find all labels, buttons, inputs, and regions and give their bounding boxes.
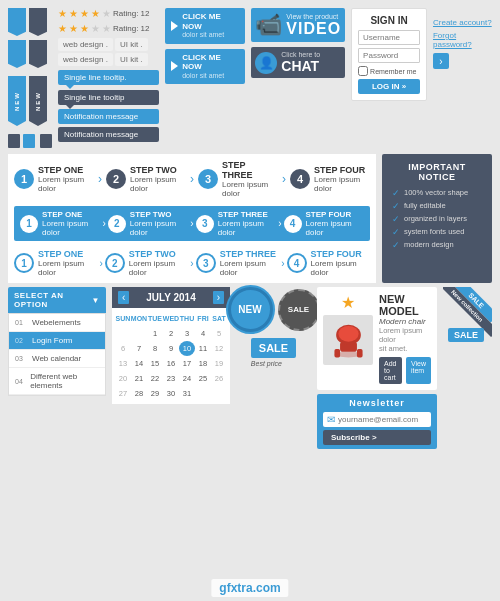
- cal-cell-20[interactable]: 20: [115, 371, 131, 386]
- cal-cell-2[interactable]: 2: [163, 326, 179, 341]
- cal-cell-4[interactable]: 4: [195, 326, 211, 341]
- signin-box: SIGN IN Remember me LOG IN »: [351, 8, 427, 101]
- remember-label: Remember me: [370, 68, 416, 75]
- step-item-3-1: 1 STEP ONE Lorem ipsum dolor: [14, 249, 98, 277]
- step-title-outline-4: STEP FOUR: [311, 249, 371, 259]
- cal-cell-7[interactable]: 7: [131, 341, 147, 356]
- cal-cell-21[interactable]: 21: [131, 371, 147, 386]
- select-num-4: 04: [15, 378, 25, 385]
- step-content-3: STEP THREE Lorem ipsum dolor: [222, 160, 278, 198]
- step-text-3: Lorem ipsum dolor: [222, 180, 278, 198]
- step-bar-3: 1 STEP ONE Lorem ipsum dolor › 2 STEP TW…: [14, 249, 370, 277]
- step-num-blue-2: 2: [108, 215, 126, 233]
- cal-cell-22[interactable]: 22: [147, 371, 163, 386]
- step-text-4: Lorem ipsum dolor: [314, 175, 370, 193]
- cal-cell-3[interactable]: 3: [179, 326, 195, 341]
- select-label[interactable]: SELECT AN OPTION ▼: [8, 287, 106, 313]
- step-num-3: 3: [198, 169, 218, 189]
- step-content-1: STEP ONE Lorem ipsum dolor: [38, 165, 94, 193]
- step-arrow-outline-1: ›: [100, 258, 103, 269]
- chat-icon-wrap: 👤: [255, 52, 277, 74]
- cal-cell-29[interactable]: 29: [147, 386, 163, 401]
- cal-cell-18[interactable]: 18: [195, 356, 211, 371]
- cal-cell-19[interactable]: 19: [211, 356, 227, 371]
- star2-4-empty: ★: [91, 23, 100, 34]
- cal-cell-10-today[interactable]: 10: [179, 341, 195, 356]
- cal-cell-blank-4: [211, 386, 227, 401]
- sale-bottom-badge: SALE: [448, 328, 484, 342]
- step-title-blue-3: STEP THREE: [218, 210, 277, 219]
- step-arrow-blue-2: ›: [190, 218, 193, 229]
- step-num-2: 2: [106, 169, 126, 189]
- star-product-icon: ★: [341, 293, 355, 312]
- login-button[interactable]: LOG IN »: [358, 79, 420, 94]
- star2-1: ★: [58, 23, 67, 34]
- newsletter-box: Newsletter ✉ Subscribe >: [317, 394, 437, 449]
- cal-cell-6[interactable]: 6: [115, 341, 131, 356]
- add-to-cart-button[interactable]: Add to cart: [379, 357, 402, 384]
- cal-cell-24[interactable]: 24: [179, 371, 195, 386]
- click-btn-2[interactable]: CLICK ME NOW dolor sit amet: [165, 49, 245, 85]
- cal-cell-23[interactable]: 23: [163, 371, 179, 386]
- step-num-blue-1: 1: [20, 215, 38, 233]
- subscribe-button[interactable]: Subscribe >: [323, 430, 431, 445]
- notifications-group: Notification message Notification messag…: [58, 109, 159, 142]
- select-item-2[interactable]: 02 Login Form: [9, 332, 105, 350]
- important-text-1: 100% vector shape: [404, 188, 468, 197]
- view-item-button[interactable]: View item: [406, 357, 431, 384]
- cal-cell-12[interactable]: 12: [211, 341, 227, 356]
- cal-cell-31[interactable]: 31: [179, 386, 195, 401]
- cal-cell-5[interactable]: 5: [211, 326, 227, 341]
- ribbon-blue-small-2: [8, 40, 26, 68]
- cal-cell-13[interactable]: 13: [115, 356, 131, 371]
- chat-box[interactable]: 👤 Click here to CHAT: [251, 47, 345, 78]
- cal-cell-26[interactable]: 26: [211, 371, 227, 386]
- cal-cell-14[interactable]: 14: [131, 356, 147, 371]
- video-box[interactable]: 📹 View the product VIDEO: [251, 8, 345, 42]
- cal-cell-11[interactable]: 11: [195, 341, 211, 356]
- cal-cell-15[interactable]: 15: [147, 356, 163, 371]
- sale-badge-text: SALE: [288, 305, 309, 314]
- cal-cell-1[interactable]: 1: [147, 326, 163, 341]
- select-item-1[interactable]: 01 Webelements: [9, 314, 105, 332]
- video-chat-column: 📹 View the product VIDEO 👤 Click here to…: [251, 8, 345, 78]
- cal-cell-25[interactable]: 25: [195, 371, 211, 386]
- step-text-outline-3: Lorem ipsum dolor: [220, 259, 280, 277]
- cal-cell-8[interactable]: 8: [147, 341, 163, 356]
- btn-text-2: CLICK ME NOW dolor sit amet: [182, 53, 239, 81]
- cal-cell-16[interactable]: 16: [163, 356, 179, 371]
- step-num-blue-3: 3: [196, 215, 214, 233]
- remember-checkbox[interactable]: [358, 66, 368, 76]
- product-sub: Modern chair: [379, 317, 431, 326]
- video-camera-icon: 📹: [255, 12, 282, 38]
- select-item-3[interactable]: 03 Web calendar: [9, 350, 105, 368]
- click-btn-1[interactable]: CLICK ME NOW dolor sit amet: [165, 8, 245, 44]
- click-sub-2: dolor sit amet: [182, 72, 239, 80]
- select-text-1: Webelements: [32, 318, 81, 327]
- rating-label-2: Rating: 12: [113, 24, 149, 33]
- username-input[interactable]: [358, 30, 420, 45]
- select-item-4[interactable]: 04 Different web elements: [9, 368, 105, 395]
- forgot-password-link[interactable]: Forgot password?: [433, 31, 492, 49]
- cal-cell-30[interactable]: 30: [163, 386, 179, 401]
- chat-label: CHAT: [281, 58, 320, 74]
- btn-arrow-1: [171, 21, 178, 31]
- steps-container: 1 STEP ONE Lorem ipsum dolor › 2 STEP TW…: [8, 154, 376, 283]
- step-arrow-3: ›: [282, 172, 286, 186]
- cal-cell-27[interactable]: 27: [115, 386, 131, 401]
- cal-cell-17[interactable]: 17: [179, 356, 195, 371]
- step-item-3-2: 2 STEP TWO Lorem ipsum dolor: [105, 249, 189, 277]
- select-list: 01 Webelements 02 Login Form 03 Web cale…: [8, 313, 106, 396]
- arrow-button[interactable]: ›: [433, 53, 449, 69]
- cal-cell-9[interactable]: 9: [163, 341, 179, 356]
- cal-cell-28[interactable]: 28: [131, 386, 147, 401]
- create-account-link[interactable]: Create account?: [433, 18, 492, 27]
- password-input[interactable]: [358, 48, 420, 63]
- cal-prev-btn[interactable]: ‹: [118, 291, 129, 304]
- important-item-3: ✓ organized in layers: [392, 214, 482, 224]
- cal-week-3: 13 14 15 16 17 18 19: [115, 356, 227, 371]
- cal-next-btn[interactable]: ›: [213, 291, 224, 304]
- step-content-outline-4: STEP FOUR Lorem ipsum dolor: [311, 249, 371, 277]
- newsletter-email-input[interactable]: [338, 415, 427, 424]
- cal-cell-blank-1: [115, 326, 131, 341]
